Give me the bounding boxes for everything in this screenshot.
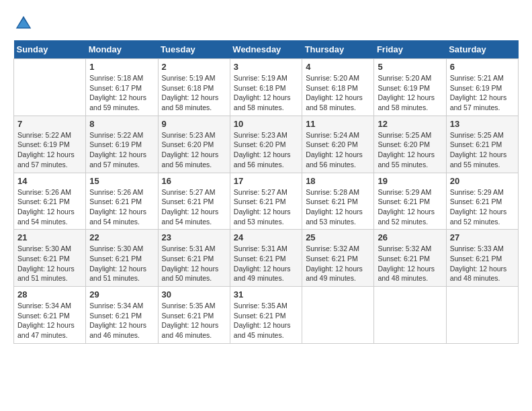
day-number: 9 bbox=[162, 119, 226, 129]
day-info: Sunrise: 5:22 AM Sunset: 6:19 PM Dayligh… bbox=[17, 130, 82, 170]
day-number: 30 bbox=[162, 289, 226, 300]
day-info: Sunrise: 5:23 AM Sunset: 6:20 PM Dayligh… bbox=[162, 130, 226, 170]
calendar-cell: 2Sunrise: 5:19 AM Sunset: 6:18 PM Daylig… bbox=[158, 59, 230, 116]
day-number: 19 bbox=[378, 176, 442, 186]
weekday-header-friday: Friday bbox=[374, 40, 446, 59]
calendar-cell: 1Sunrise: 5:18 AM Sunset: 6:17 PM Daylig… bbox=[86, 59, 158, 116]
day-info: Sunrise: 5:21 AM Sunset: 6:19 PM Dayligh… bbox=[450, 73, 515, 113]
day-info: Sunrise: 5:23 AM Sunset: 6:20 PM Dayligh… bbox=[234, 130, 298, 170]
weekday-header-monday: Monday bbox=[86, 40, 158, 59]
day-info: Sunrise: 5:32 AM Sunset: 6:21 PM Dayligh… bbox=[378, 244, 442, 283]
weekday-header-tuesday: Tuesday bbox=[158, 40, 230, 59]
weekday-header-wednesday: Wednesday bbox=[230, 40, 302, 59]
weekday-header-thursday: Thursday bbox=[302, 40, 374, 59]
day-info: Sunrise: 5:25 AM Sunset: 6:21 PM Dayligh… bbox=[450, 130, 515, 170]
day-number: 31 bbox=[234, 289, 298, 300]
day-info: Sunrise: 5:31 AM Sunset: 6:21 PM Dayligh… bbox=[234, 244, 298, 283]
calendar-cell: 18Sunrise: 5:28 AM Sunset: 6:21 PM Dayli… bbox=[302, 173, 374, 230]
calendar-cell: 12Sunrise: 5:25 AM Sunset: 6:20 PM Dayli… bbox=[374, 116, 446, 173]
day-number: 13 bbox=[450, 119, 515, 129]
day-info: Sunrise: 5:32 AM Sunset: 6:21 PM Dayligh… bbox=[306, 244, 370, 283]
calendar-table: SundayMondayTuesdayWednesdayThursdayFrid… bbox=[13, 40, 519, 344]
weekday-header-row: SundayMondayTuesdayWednesdayThursdayFrid… bbox=[14, 40, 519, 59]
calendar-cell: 4Sunrise: 5:20 AM Sunset: 6:18 PM Daylig… bbox=[302, 59, 374, 116]
calendar-cell: 5Sunrise: 5:20 AM Sunset: 6:19 PM Daylig… bbox=[374, 59, 446, 116]
calendar-cell: 26Sunrise: 5:32 AM Sunset: 6:21 PM Dayli… bbox=[374, 230, 446, 287]
day-info: Sunrise: 5:20 AM Sunset: 6:18 PM Dayligh… bbox=[306, 73, 370, 113]
day-number: 11 bbox=[306, 119, 370, 129]
calendar-cell: 11Sunrise: 5:24 AM Sunset: 6:20 PM Dayli… bbox=[302, 116, 374, 173]
calendar-cell: 24Sunrise: 5:31 AM Sunset: 6:21 PM Dayli… bbox=[230, 230, 302, 287]
day-number: 8 bbox=[89, 119, 154, 129]
day-number: 4 bbox=[306, 62, 370, 72]
day-number: 12 bbox=[378, 119, 442, 129]
day-number: 1 bbox=[89, 62, 154, 72]
calendar-cell: 8Sunrise: 5:22 AM Sunset: 6:19 PM Daylig… bbox=[86, 116, 158, 173]
calendar-cell: 30Sunrise: 5:35 AM Sunset: 6:21 PM Dayli… bbox=[158, 287, 230, 344]
day-number: 3 bbox=[234, 62, 298, 72]
header bbox=[13, 13, 519, 34]
day-info: Sunrise: 5:28 AM Sunset: 6:21 PM Dayligh… bbox=[306, 187, 370, 227]
week-row-4: 21Sunrise: 5:30 AM Sunset: 6:21 PM Dayli… bbox=[14, 230, 519, 287]
day-info: Sunrise: 5:30 AM Sunset: 6:21 PM Dayligh… bbox=[89, 244, 154, 283]
day-number: 10 bbox=[234, 119, 298, 129]
day-info: Sunrise: 5:34 AM Sunset: 6:21 PM Dayligh… bbox=[89, 301, 154, 340]
calendar-header: SundayMondayTuesdayWednesdayThursdayFrid… bbox=[14, 40, 519, 59]
calendar-cell: 15Sunrise: 5:26 AM Sunset: 6:21 PM Dayli… bbox=[86, 173, 158, 230]
day-info: Sunrise: 5:24 AM Sunset: 6:20 PM Dayligh… bbox=[306, 130, 370, 170]
week-row-2: 7Sunrise: 5:22 AM Sunset: 6:19 PM Daylig… bbox=[14, 116, 519, 173]
calendar-cell: 3Sunrise: 5:19 AM Sunset: 6:18 PM Daylig… bbox=[230, 59, 302, 116]
day-number: 29 bbox=[89, 289, 154, 300]
calendar-cell: 14Sunrise: 5:26 AM Sunset: 6:21 PM Dayli… bbox=[14, 173, 86, 230]
calendar-cell: 27Sunrise: 5:33 AM Sunset: 6:21 PM Dayli… bbox=[446, 230, 518, 287]
day-number: 18 bbox=[306, 176, 370, 186]
day-info: Sunrise: 5:29 AM Sunset: 6:21 PM Dayligh… bbox=[378, 187, 442, 227]
calendar-cell: 20Sunrise: 5:29 AM Sunset: 6:21 PM Dayli… bbox=[446, 173, 518, 230]
day-info: Sunrise: 5:27 AM Sunset: 6:21 PM Dayligh… bbox=[234, 187, 298, 227]
calendar-cell bbox=[14, 59, 86, 116]
calendar-cell: 17Sunrise: 5:27 AM Sunset: 6:21 PM Dayli… bbox=[230, 173, 302, 230]
day-info: Sunrise: 5:30 AM Sunset: 6:21 PM Dayligh… bbox=[17, 244, 82, 283]
day-info: Sunrise: 5:19 AM Sunset: 6:18 PM Dayligh… bbox=[162, 73, 226, 113]
week-row-3: 14Sunrise: 5:26 AM Sunset: 6:21 PM Dayli… bbox=[14, 173, 519, 230]
calendar-cell bbox=[302, 287, 374, 344]
calendar-body: 1Sunrise: 5:18 AM Sunset: 6:17 PM Daylig… bbox=[14, 59, 519, 344]
day-info: Sunrise: 5:26 AM Sunset: 6:21 PM Dayligh… bbox=[89, 187, 154, 227]
day-number: 27 bbox=[450, 232, 515, 242]
day-info: Sunrise: 5:27 AM Sunset: 6:21 PM Dayligh… bbox=[162, 187, 226, 227]
day-number: 16 bbox=[162, 176, 226, 186]
day-info: Sunrise: 5:22 AM Sunset: 6:19 PM Dayligh… bbox=[89, 130, 154, 170]
day-info: Sunrise: 5:35 AM Sunset: 6:21 PM Dayligh… bbox=[234, 301, 298, 340]
day-number: 2 bbox=[162, 62, 226, 72]
day-number: 20 bbox=[450, 176, 515, 186]
week-row-1: 1Sunrise: 5:18 AM Sunset: 6:17 PM Daylig… bbox=[14, 59, 519, 116]
logo bbox=[13, 13, 36, 34]
day-number: 22 bbox=[89, 232, 154, 242]
day-info: Sunrise: 5:18 AM Sunset: 6:17 PM Dayligh… bbox=[89, 73, 154, 113]
day-number: 28 bbox=[17, 289, 82, 300]
day-info: Sunrise: 5:19 AM Sunset: 6:18 PM Dayligh… bbox=[234, 73, 298, 113]
day-number: 26 bbox=[378, 232, 442, 242]
calendar-cell: 7Sunrise: 5:22 AM Sunset: 6:19 PM Daylig… bbox=[14, 116, 86, 173]
calendar-cell: 21Sunrise: 5:30 AM Sunset: 6:21 PM Dayli… bbox=[14, 230, 86, 287]
weekday-header-sunday: Sunday bbox=[14, 40, 86, 59]
day-number: 17 bbox=[234, 176, 298, 186]
calendar-cell: 29Sunrise: 5:34 AM Sunset: 6:21 PM Dayli… bbox=[86, 287, 158, 344]
day-info: Sunrise: 5:34 AM Sunset: 6:21 PM Dayligh… bbox=[17, 301, 82, 340]
calendar-cell bbox=[446, 287, 518, 344]
day-number: 14 bbox=[17, 176, 82, 186]
weekday-header-saturday: Saturday bbox=[446, 40, 518, 59]
week-row-5: 28Sunrise: 5:34 AM Sunset: 6:21 PM Dayli… bbox=[14, 287, 519, 344]
calendar-cell: 31Sunrise: 5:35 AM Sunset: 6:21 PM Dayli… bbox=[230, 287, 302, 344]
calendar-cell: 10Sunrise: 5:23 AM Sunset: 6:20 PM Dayli… bbox=[230, 116, 302, 173]
page-container: SundayMondayTuesdayWednesdayThursdayFrid… bbox=[13, 13, 519, 344]
day-number: 25 bbox=[306, 232, 370, 242]
calendar-cell: 6Sunrise: 5:21 AM Sunset: 6:19 PM Daylig… bbox=[446, 59, 518, 116]
day-number: 7 bbox=[17, 119, 82, 129]
calendar-cell: 19Sunrise: 5:29 AM Sunset: 6:21 PM Dayli… bbox=[374, 173, 446, 230]
day-number: 23 bbox=[162, 232, 226, 242]
calendar-cell: 13Sunrise: 5:25 AM Sunset: 6:21 PM Dayli… bbox=[446, 116, 518, 173]
day-number: 21 bbox=[17, 232, 82, 242]
calendar-cell: 16Sunrise: 5:27 AM Sunset: 6:21 PM Dayli… bbox=[158, 173, 230, 230]
calendar-cell: 22Sunrise: 5:30 AM Sunset: 6:21 PM Dayli… bbox=[86, 230, 158, 287]
